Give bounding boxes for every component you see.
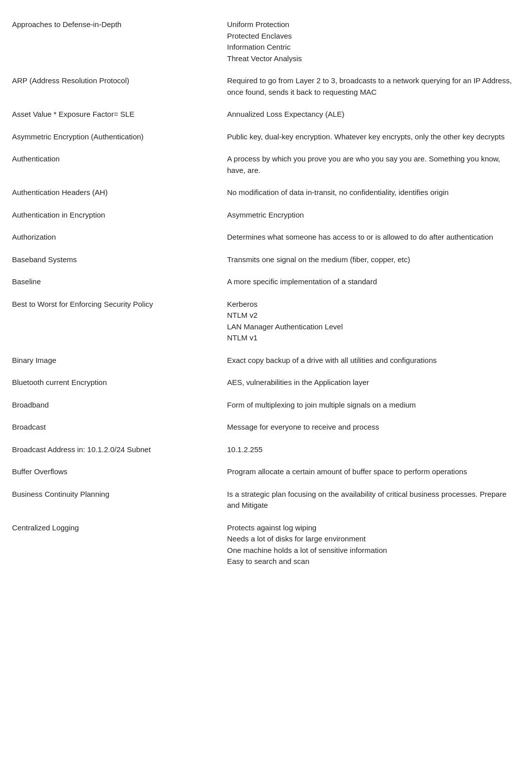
term-cell: Business Continuity Planning: [10, 485, 225, 518]
term-cell: Authentication: [10, 149, 225, 183]
table-row: Business Continuity PlanningIs a strateg…: [10, 485, 522, 518]
definition-cell: Uniform ProtectionProtected EnclavesInfo…: [225, 15, 522, 71]
table-row: Baseband SystemsTransmits one signal on …: [10, 250, 522, 273]
term-cell: Asymmetric Encryption (Authentication): [10, 127, 225, 150]
table-row: Centralized LoggingProtects against log …: [10, 518, 522, 574]
definition-cell: 10.1.2.255: [225, 440, 522, 463]
definition-cell: No modification of data in-transit, no c…: [225, 183, 522, 206]
term-cell: Approaches to Defense-in-Depth: [10, 15, 225, 71]
term-cell: Broadcast: [10, 418, 225, 440]
term-cell: Buffer Overflows: [10, 462, 225, 485]
definition-cell: Program allocate a certain amount of buf…: [225, 462, 522, 485]
table-row: ARP (Address Resolution Protocol)Require…: [10, 71, 522, 105]
definition-cell: Transmits one signal on the medium (fibe…: [225, 250, 522, 273]
definition-cell: A more specific implementation of a stan…: [225, 272, 522, 295]
definition-cell: Protects against log wipingNeeds a lot o…: [225, 518, 522, 574]
term-cell: Best to Worst for Enforcing Security Pol…: [10, 295, 225, 351]
term-cell: Asset Value * Exposure Factor= SLE: [10, 105, 225, 127]
definition-cell: Annualized Loss Expectancy (ALE): [225, 105, 522, 127]
table-row: Best to Worst for Enforcing Security Pol…: [10, 295, 522, 351]
definition-cell: Form of multiplexing to join multiple si…: [225, 396, 522, 418]
term-cell: Authorization: [10, 228, 225, 250]
table-row: Broadcast Address in: 10.1.2.0/24 Subnet…: [10, 440, 522, 463]
definition-cell: A process by which you prove you are who…: [225, 149, 522, 183]
term-cell: Binary Image: [10, 351, 225, 373]
term-cell: ARP (Address Resolution Protocol): [10, 71, 225, 105]
glossary-table: Approaches to Defense-in-DepthUniform Pr…: [10, 15, 522, 574]
term-cell: Centralized Logging: [10, 518, 225, 574]
definition-cell: KerberosNTLM v2LAN Manager Authenticatio…: [225, 295, 522, 351]
table-row: BroadcastMessage for everyone to receive…: [10, 418, 522, 440]
table-row: Buffer OverflowsProgram allocate a certa…: [10, 462, 522, 485]
definition-cell: Determines what someone has access to or…: [225, 228, 522, 250]
table-row: Bluetooth current EncryptionAES, vulnera…: [10, 373, 522, 396]
table-row: Authentication Headers (AH)No modificati…: [10, 183, 522, 206]
definition-cell: AES, vulnerabilities in the Application …: [225, 373, 522, 396]
term-cell: Baseline: [10, 272, 225, 295]
table-row: Authentication in EncryptionAsymmetric E…: [10, 206, 522, 228]
table-row: Approaches to Defense-in-DepthUniform Pr…: [10, 15, 522, 71]
table-row: Asset Value * Exposure Factor= SLEAnnual…: [10, 105, 522, 127]
definition-cell: Asymmetric Encryption: [225, 206, 522, 228]
term-cell: Broadband: [10, 396, 225, 418]
table-row: Binary ImageExact copy backup of a drive…: [10, 351, 522, 373]
table-row: BaselineA more specific implementation o…: [10, 272, 522, 295]
definition-cell: Is a strategic plan focusing on the avai…: [225, 485, 522, 518]
table-row: BroadbandForm of multiplexing to join mu…: [10, 396, 522, 418]
term-cell: Authentication Headers (AH): [10, 183, 225, 206]
table-row: AuthorizationDetermines what someone has…: [10, 228, 522, 250]
definition-cell: Exact copy backup of a drive with all ut…: [225, 351, 522, 373]
definition-cell: Public key, dual-key encryption. Whateve…: [225, 127, 522, 150]
term-cell: Authentication in Encryption: [10, 206, 225, 228]
definition-cell: Message for everyone to receive and proc…: [225, 418, 522, 440]
term-cell: Bluetooth current Encryption: [10, 373, 225, 396]
table-row: Asymmetric Encryption (Authentication)Pu…: [10, 127, 522, 150]
term-cell: Baseband Systems: [10, 250, 225, 273]
term-cell: Broadcast Address in: 10.1.2.0/24 Subnet: [10, 440, 225, 463]
table-row: AuthenticationA process by which you pro…: [10, 149, 522, 183]
definition-cell: Required to go from Layer 2 to 3, broadc…: [225, 71, 522, 105]
